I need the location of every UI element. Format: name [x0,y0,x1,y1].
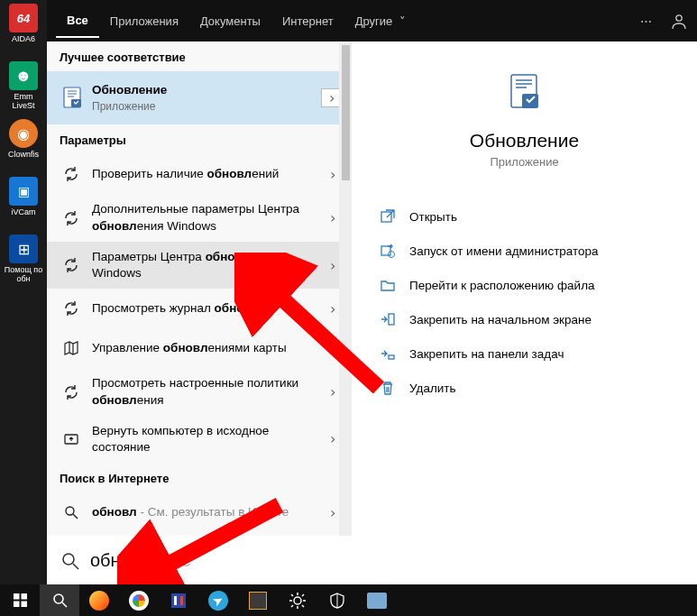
trash-icon [379,379,397,397]
taskbar-search-button[interactable] [40,584,79,616]
group-best-match: Лучшее соответствие [47,41,352,71]
action-open-location[interactable]: Перейти к расположению файла [352,268,697,302]
open-icon [379,207,397,225]
app-icon [61,88,81,108]
svg-rect-20 [180,596,183,605]
svg-rect-8 [381,246,390,255]
action-open[interactable]: Открыть [352,199,697,234]
start-button[interactable] [0,584,40,616]
svg-rect-16 [21,602,27,608]
tab-all[interactable]: Все [56,5,99,38]
pin-start-icon [379,310,397,328]
scrollbar-thumb[interactable] [342,45,350,180]
action-pin-taskbar[interactable]: Закрепить на панели задач [352,336,697,371]
tab-apps[interactable]: Приложения [99,5,189,37]
result-setting[interactable]: Управление обновлениями карты › [47,328,352,368]
svg-rect-14 [21,593,27,600]
tab-docs[interactable]: Документы [189,5,271,37]
desktop-icon[interactable]: 64AIDA6 [4,4,43,58]
svg-rect-19 [174,596,177,605]
folder-icon [379,276,397,294]
preview-subtitle: Приложение [352,155,697,169]
svg-rect-13 [14,593,20,600]
svg-point-12 [63,554,74,565]
action-label: Перейти к расположению файла [409,279,595,292]
refresh-icon [61,164,81,184]
result-setting[interactable]: Параметры Центра обновления Windows › [47,242,352,289]
desktop-icon[interactable]: ◉Clownfis [4,119,43,173]
svg-point-9 [389,252,395,258]
taskbar-app[interactable] [278,584,317,616]
svg-rect-18 [171,593,186,608]
search-panel: Все Приложения Документы Интернет Другие… [47,0,697,584]
svg-rect-11 [389,355,394,359]
search-icon [61,552,79,570]
results-list: Лучшее соответствие Обновление Приложени… [47,41,352,536]
tab-more[interactable]: Другие ˅ [344,5,406,37]
refresh-icon [61,382,81,402]
taskbar-app[interactable] [159,584,198,616]
result-setting[interactable]: Вернуть компьютер в исходное состояние › [47,416,352,463]
svg-rect-10 [389,314,394,325]
result-subtitle: Приложение [92,99,321,114]
search-input[interactable]: обновление [47,536,697,584]
taskbar-app[interactable] [119,584,159,616]
group-settings: Параметры [47,124,352,154]
taskbar-app[interactable] [238,584,278,616]
result-setting[interactable]: Проверить наличие обновлений › [47,154,352,194]
action-label: Закрепить на панели задач [409,347,564,361]
svg-rect-15 [14,602,20,608]
reset-icon [61,429,81,449]
refresh-icon [61,255,81,275]
group-web: Поиск в Интернете [47,463,352,492]
taskbar-app[interactable]: ➤ [198,584,238,616]
search-autocomplete-ghost: ение [151,550,191,571]
svg-point-0 [676,15,682,21]
taskbar-app[interactable] [357,584,397,616]
account-icon[interactable] [670,12,688,30]
tab-web[interactable]: Интернет [271,5,344,37]
taskbar-app[interactable] [317,584,357,616]
svg-point-4 [66,507,74,515]
svg-point-21 [294,597,301,604]
map-icon [61,338,81,358]
refresh-icon [61,299,81,318]
options-button[interactable]: ⋯ [629,5,663,37]
preview-title: Обновление [352,130,697,152]
desktop-icon[interactable]: ☻Emm LiveSt [4,61,43,115]
desktop-icon[interactable]: ⊞Помощ по обн [4,234,43,289]
result-setting[interactable]: Просмотреть журнал обновлен › [47,289,352,328]
taskbar: ➤ [0,584,697,616]
desktop-icon[interactable]: ▣iVCam [4,177,43,231]
result-setting[interactable]: Просмотреть настроенные политики обновле… [47,368,352,415]
action-pin-start[interactable]: Закрепить на начальном экране [352,302,697,336]
result-title: Обновление [92,82,321,98]
action-run-admin[interactable]: Запуск от имени администратора [352,234,697,268]
preview-app-icon [504,72,546,114]
admin-icon [379,242,397,260]
refresh-icon [61,208,81,228]
search-icon [61,502,81,522]
preview-pane: Обновление Приложение Открыть Запуск от … [352,41,697,536]
action-label: Удалить [409,382,456,395]
svg-point-17 [54,594,63,603]
action-label: Открыть [409,210,457,224]
result-setting[interactable]: Дополнительные параметры Центра обновлен… [47,194,352,241]
action-label: Запуск от имени администратора [409,244,599,258]
desktop-strip: 64AIDA6 ☻Emm LiveSt ◉Clownfis ▣iVCam ⊞По… [0,0,47,584]
svg-rect-7 [381,212,391,222]
action-uninstall[interactable]: Удалить [352,371,697,405]
search-typed-text: обновл [90,550,151,571]
scrollbar[interactable] [339,41,352,536]
result-best-match[interactable]: Обновление Приложение › [47,71,352,124]
taskbar-app[interactable] [79,584,119,616]
search-tabs: Все Приложения Документы Интернет Другие… [47,0,697,41]
result-web[interactable]: обновл - См. результаты в Иннете › [47,492,352,532]
pin-taskbar-icon [379,345,397,363]
action-label: Закрепить на начальном экране [409,313,592,326]
